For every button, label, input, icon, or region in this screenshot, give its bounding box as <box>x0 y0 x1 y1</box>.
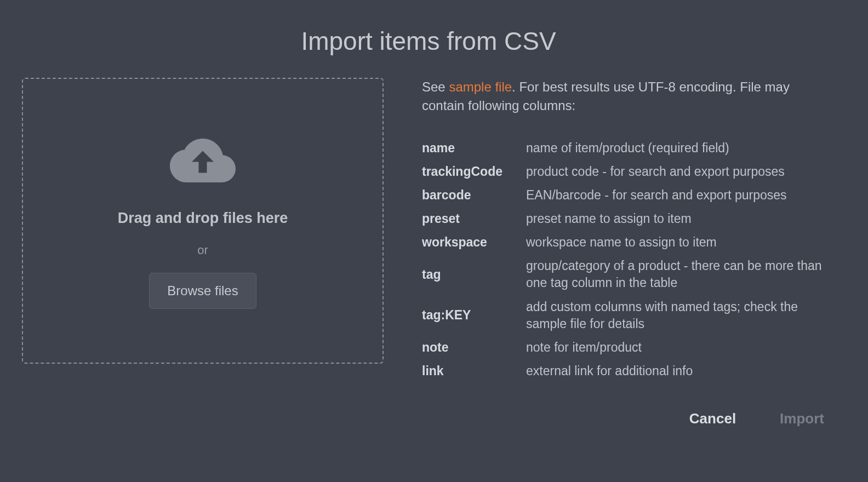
column-key: trackingCode <box>422 160 526 183</box>
column-key: tag <box>422 254 526 295</box>
column-desc: add custom columns with named tags; chec… <box>526 295 835 336</box>
import-csv-dialog: Import items from CSV Drag and drop file… <box>0 0 868 482</box>
column-key: name <box>422 136 526 160</box>
table-row: presetpreset name to assign to item <box>422 207 835 231</box>
intro-text: See sample file. For best results use UT… <box>422 78 835 114</box>
dropzone-text: Drag and drop files here <box>118 210 288 227</box>
table-row: barcodeEAN/barcode - for search and expo… <box>422 183 835 207</box>
table-row: linkexternal link for additional info <box>422 359 835 383</box>
import-button[interactable]: Import <box>780 410 824 427</box>
column-desc: preset name to assign to item <box>526 207 835 231</box>
dialog-title: Import items from CSV <box>22 26 835 56</box>
description-column: See sample file. For best results use UT… <box>422 78 835 427</box>
table-row: notenote for item/product <box>422 336 835 359</box>
column-key: tag:KEY <box>422 295 526 336</box>
column-desc: group/category of a product - there can … <box>526 254 835 295</box>
dialog-content: Drag and drop files here or Browse files… <box>22 78 835 427</box>
table-row: namename of item/product (required field… <box>422 136 835 160</box>
column-desc: EAN/barcode - for search and export purp… <box>526 183 835 207</box>
dropzone-column: Drag and drop files here or Browse files <box>22 78 384 427</box>
intro-prefix: See <box>422 79 449 94</box>
table-row: taggroup/category of a product - there c… <box>422 254 835 295</box>
column-desc: note for item/product <box>526 336 835 359</box>
column-desc: workspace name to assign to item <box>526 231 835 254</box>
sample-file-link[interactable]: sample file <box>449 79 512 94</box>
cancel-button[interactable]: Cancel <box>689 410 736 427</box>
dropzone-or-text: or <box>197 243 208 257</box>
table-row: workspaceworkspace name to assign to ite… <box>422 231 835 254</box>
column-key: link <box>422 359 526 383</box>
column-desc: product code - for search and export pur… <box>526 160 835 183</box>
file-dropzone[interactable]: Drag and drop files here or Browse files <box>22 78 384 364</box>
column-key: barcode <box>422 183 526 207</box>
table-row: tag:KEYadd custom columns with named tag… <box>422 295 835 336</box>
column-key: preset <box>422 207 526 231</box>
columns-table: namename of item/product (required field… <box>422 136 835 383</box>
column-desc: name of item/product (required field) <box>526 136 835 160</box>
table-row: trackingCodeproduct code - for search an… <box>422 160 835 183</box>
column-desc: external link for additional info <box>526 359 835 383</box>
browse-files-button[interactable]: Browse files <box>149 273 256 309</box>
dialog-footer: Cancel Import <box>422 410 835 427</box>
upload-cloud-icon <box>170 133 236 182</box>
column-key: note <box>422 336 526 359</box>
column-key: workspace <box>422 231 526 254</box>
